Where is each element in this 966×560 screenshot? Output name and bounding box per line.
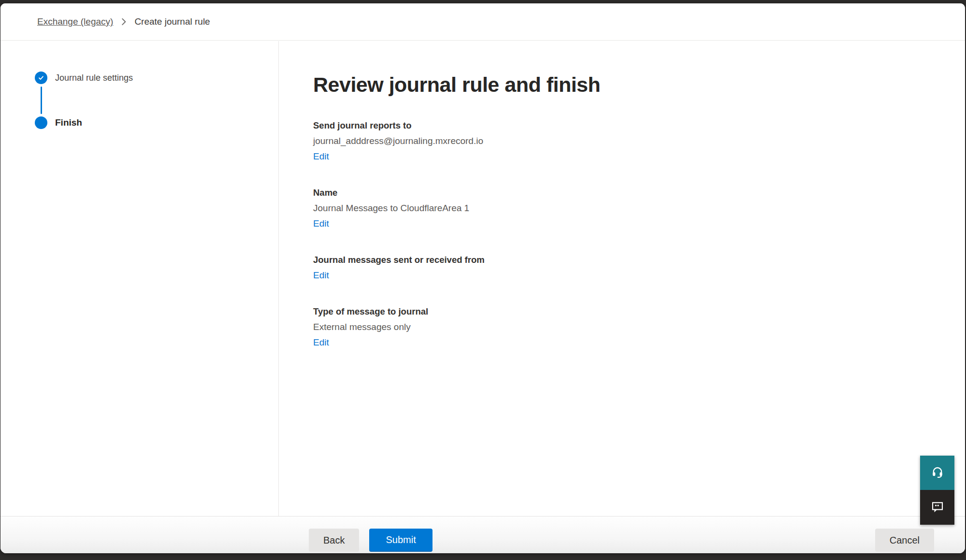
review-section-name: Name Journal Messages to CloudflareArea … [313,185,936,231]
body-region: Journal rule settings Finish Review jour… [0,41,965,516]
review-section-send-journal-reports-to: Send journal reports to journal_adddress… [313,118,936,164]
breadcrumb-current: Create journal rule [134,16,210,27]
breadcrumb-link-exchange-legacy[interactable]: Exchange (legacy) [37,16,113,27]
headset-icon [931,465,944,480]
step-label: Finish [55,117,82,128]
edit-message-type-link[interactable]: Edit [313,335,329,350]
breadcrumb: Exchange (legacy) Create journal rule [37,16,210,27]
step-completed-check-icon [35,72,47,84]
feedback-button[interactable] [920,490,954,525]
cancel-button[interactable]: Cancel [875,529,934,552]
wizard-sidebar: Journal rule settings Finish [0,41,279,516]
edit-journal-messages-from-link[interactable]: Edit [313,268,329,283]
review-panel: Review journal rule and finish Send jour… [279,41,965,516]
support-button[interactable] [920,456,954,490]
section-label: Send journal reports to [313,118,936,133]
step-label: Journal rule settings [55,73,133,83]
step-current-dot-icon [35,116,47,129]
section-label: Journal messages sent or received from [313,252,936,268]
section-label: Name [313,185,936,201]
assist-button-stack [920,456,954,525]
section-value: External messages only [313,319,936,335]
app-window: Exchange (legacy) Create journal rule Jo… [0,3,965,553]
chevron-right-icon [121,17,127,26]
review-section-journal-messages-from: Journal messages sent or received from E… [313,252,936,283]
section-label: Type of message to journal [313,304,936,319]
back-button[interactable]: Back [309,529,359,552]
wizard-step-journal-rule-settings[interactable]: Journal rule settings [35,72,278,84]
review-section-message-type: Type of message to journal External mess… [313,304,936,350]
action-bar: Back Submit Cancel [0,516,965,553]
step-connector [41,86,42,114]
submit-button[interactable]: Submit [369,529,432,552]
edit-name-link[interactable]: Edit [313,216,329,231]
page-title: Review journal rule and finish [313,72,936,98]
edit-send-journal-reports-link[interactable]: Edit [313,149,329,164]
wizard-step-finish[interactable]: Finish [35,116,278,129]
section-value: Journal Messages to CloudflareArea 1 [313,201,936,216]
chat-icon [930,500,945,516]
breadcrumb-bar: Exchange (legacy) Create journal rule [0,3,965,41]
section-value: journal_adddress@journaling.mxrecord.io [313,133,936,149]
